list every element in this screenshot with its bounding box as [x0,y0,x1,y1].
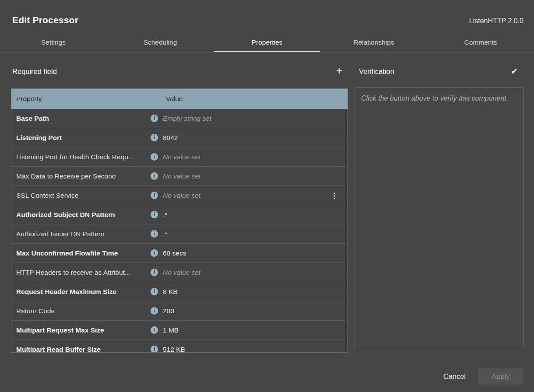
tab-bar: Settings Scheduling Properties Relations… [0,33,534,52]
table-row[interactable]: Max Data to Receive per Second i No valu… [11,166,348,186]
property-name: Multipart Read Buffer Size [11,346,151,353]
property-value: 200 [163,307,174,315]
tab-label: Comments [464,38,497,46]
table-row[interactable]: Return Code i 200 ⋮ [11,301,348,320]
verify-check-icon[interactable]: ✔ [509,66,520,77]
property-value: Empty string set [163,115,211,122]
property-value: No value set [163,172,200,180]
table-row[interactable]: Request Header Maximum Size i 8 KB ⋮ [11,282,348,301]
dialog-footer: Cancel Apply [442,368,523,385]
info-icon: i [151,153,158,161]
property-name: Listening Port [11,134,151,142]
property-value: 512 KB [163,346,185,353]
processor-version: ListenHTTP 2.0.0 [469,17,523,25]
add-property-icon[interactable]: + [334,66,344,76]
table-row[interactable]: Max Unconfirmed Flowfile Time i 60 secs … [11,243,348,262]
property-value: 60 secs [163,249,186,257]
info-icon: i [151,346,158,353]
property-name: Max Unconfirmed Flowfile Time [11,249,151,257]
info-icon: i [151,134,158,141]
table-row[interactable]: Authorized Issuer DN Pattern i .* ⋮ [11,224,348,243]
table-header-row: Property Value [11,89,348,109]
property-name: Authorized Subject DN Pattern [11,211,151,219]
info-icon: i [151,249,158,257]
info-icon: i [151,115,158,122]
info-icon: i [151,192,158,199]
column-header-property: Property [11,95,166,103]
page-title: Edit Processor [12,15,78,25]
info-icon: i [151,230,158,238]
tab-settings[interactable]: Settings [0,33,107,52]
tab-scheduling[interactable]: Scheduling [107,33,214,52]
info-icon: i [151,307,158,315]
property-value: .* [163,211,167,219]
table-scrollbar[interactable] [345,109,347,351]
property-name: Base Path [11,115,151,122]
tab-label: Relationships [353,38,394,46]
table-row[interactable]: Authorized Subject DN Pattern i .* ⋮ [11,205,348,224]
property-name: Return Code [11,307,151,315]
tab-comments[interactable]: Comments [427,33,534,52]
properties-table: Property Value Base Path i Empty string … [11,88,348,353]
apply-button[interactable]: Apply [478,368,523,385]
tab-relationships[interactable]: Relationships [320,33,427,52]
cancel-button[interactable]: Cancel [442,369,467,384]
info-icon: i [151,211,158,218]
tab-properties[interactable]: Properties [214,33,320,52]
edit-processor-dialog: Edit Processor ListenHTTP 2.0.0 Settings… [0,0,534,392]
property-name: HTTP Headers to receive as Attribut... [11,269,151,276]
verification-heading: Verification [359,67,394,76]
table-row[interactable]: HTTP Headers to receive as Attribut... i… [11,262,348,282]
info-icon: i [151,269,158,276]
property-value: No value set [163,153,200,161]
property-value: 8042 [163,134,178,142]
table-row[interactable]: Multipart Read Buffer Size i 512 KB ⋮ [11,340,348,353]
property-value: 1 MB [163,326,179,334]
tab-label: Scheduling [144,38,177,46]
table-body: Base Path i Empty string set ⋮ Listening… [11,109,348,353]
property-value: No value set [163,192,200,200]
dialog-header: Edit Processor ListenHTTP 2.0.0 [0,0,534,33]
column-header-value: Value [166,95,183,103]
verification-panel: Click the button above to verify this co… [355,88,523,348]
tab-label: Settings [41,38,66,46]
property-value: No value set [163,269,200,276]
property-name: Authorized Issuer DN Pattern [11,230,151,238]
table-row[interactable]: Listening Port i 8042 ⋮ [11,128,348,147]
property-name: SSL Context Service [11,192,151,200]
table-row[interactable]: SSL Context Service i No value set ⋮ [11,186,348,205]
table-row[interactable]: Multipart Request Max Size i 1 MB ⋮ [11,320,348,340]
property-value: .* [163,230,167,238]
info-icon: i [151,172,158,180]
property-value: 8 KB [163,288,178,296]
kebab-menu-icon[interactable]: ⋮ [330,192,338,199]
info-icon: i [151,326,158,334]
property-name: Multipart Request Max Size [11,326,151,334]
property-name: Listening Port for Health Check Requ... [11,153,151,161]
table-row[interactable]: Base Path i Empty string set ⋮ [11,109,348,128]
info-icon: i [151,288,158,295]
verification-hint-text: Click the button above to verify this co… [361,93,517,104]
tab-label: Properties [252,38,283,46]
required-field-heading: Required field [12,67,57,76]
table-row[interactable]: Listening Port for Health Check Requ... … [11,147,348,166]
property-name: Max Data to Receive per Second [11,172,151,180]
property-name: Request Header Maximum Size [11,288,151,296]
